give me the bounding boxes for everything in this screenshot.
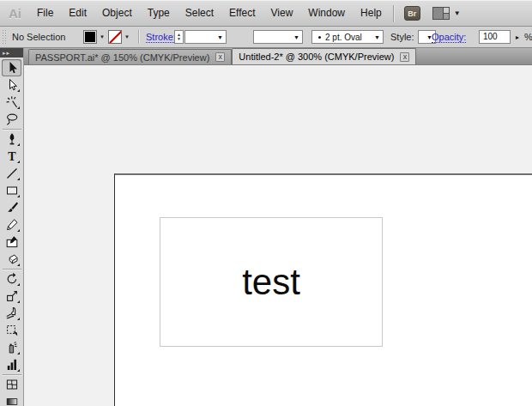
brush-preview-dot bbox=[318, 36, 321, 39]
paintbrush-icon bbox=[5, 201, 19, 215]
opacity-field[interactable]: 100 bbox=[479, 30, 511, 44]
blob-brush-icon bbox=[5, 235, 19, 249]
fill-color-swatch[interactable] bbox=[83, 30, 97, 44]
stroke-options-combo[interactable]: ▼ bbox=[253, 30, 303, 44]
rectangle-tool[interactable] bbox=[2, 182, 21, 199]
selection-icon bbox=[5, 61, 19, 75]
pen-icon bbox=[5, 132, 19, 146]
control-bar-grip[interactable] bbox=[2, 29, 6, 45]
document-tab[interactable]: PASSPORT.ai* @ 150% (CMYK/Preview)x bbox=[28, 49, 232, 64]
workspace-layout-icon bbox=[432, 7, 450, 20]
style-label: Style: bbox=[390, 27, 414, 47]
bridge-button[interactable]: Br bbox=[404, 6, 420, 21]
stroke-dropdown-arrow-icon[interactable]: ▼ bbox=[124, 34, 130, 39]
menu-edit[interactable]: Edit bbox=[61, 1, 94, 26]
menu-bar: Ai FileEditObjectTypeSelectEffectViewWin… bbox=[0, 0, 532, 27]
rotate-icon bbox=[5, 272, 19, 286]
opacity-slider-arrow-icon[interactable]: ▸ bbox=[516, 33, 519, 42]
control-separator bbox=[138, 30, 139, 44]
lasso-icon bbox=[5, 112, 19, 126]
tab-close-icon[interactable]: x bbox=[400, 52, 409, 62]
artboard[interactable]: test bbox=[114, 173, 532, 406]
workspace-dropdown-arrow-icon: ▼ bbox=[454, 9, 461, 17]
toolbar-separator bbox=[3, 374, 21, 375]
menu-help[interactable]: Help bbox=[353, 1, 390, 26]
stroke-panel-link[interactable]: Stroke: bbox=[146, 32, 176, 43]
column-graph-tool[interactable] bbox=[2, 356, 21, 373]
lasso-tool[interactable] bbox=[2, 111, 21, 128]
stroke-weight-combo[interactable]: ▼ bbox=[184, 30, 227, 44]
document-tab-active[interactable]: Untitled-2* @ 300% (CMYK/Preview)x bbox=[232, 48, 416, 64]
gradient-icon bbox=[5, 395, 19, 406]
magic-wand-icon bbox=[5, 95, 19, 109]
scale-tool[interactable] bbox=[2, 288, 21, 305]
menubar-separator bbox=[393, 5, 394, 22]
opacity-panel-link[interactable]: Opacity: bbox=[432, 32, 466, 43]
free-transform-tool[interactable] bbox=[2, 322, 21, 339]
brush-name: 2 pt. Oval bbox=[325, 33, 362, 42]
mesh-icon bbox=[5, 378, 19, 391]
none-slash-icon bbox=[109, 30, 122, 44]
symbol-sprayer-tool[interactable] bbox=[2, 339, 21, 356]
pencil-tool[interactable] bbox=[2, 216, 21, 233]
column-graph-icon bbox=[5, 358, 19, 372]
selection-tool[interactable] bbox=[2, 59, 21, 76]
brush-definition-combo[interactable]: 2 pt. Oval ▼ bbox=[311, 30, 384, 44]
fill-dropdown-arrow-icon[interactable]: ▼ bbox=[100, 34, 105, 39]
direct-selection-icon bbox=[5, 78, 19, 92]
text-frame[interactable]: test bbox=[160, 217, 383, 347]
type-icon: T bbox=[5, 149, 19, 163]
menu-window[interactable]: Window bbox=[300, 1, 353, 26]
line-segment-tool[interactable] bbox=[2, 165, 21, 182]
workspace-switcher[interactable]: ▼ bbox=[432, 7, 461, 20]
tools-list: T bbox=[0, 59, 23, 406]
paintbrush-tool[interactable] bbox=[2, 199, 21, 216]
rectangle-icon bbox=[5, 184, 19, 197]
rotate-tool[interactable] bbox=[2, 270, 21, 288]
stroke-color-swatch[interactable] bbox=[108, 30, 122, 44]
pen-tool[interactable] bbox=[2, 130, 21, 148]
menu-effect[interactable]: Effect bbox=[221, 1, 263, 26]
combo-arrow-icon: ▼ bbox=[293, 34, 299, 40]
eraser-tool[interactable] bbox=[2, 251, 21, 268]
tab-label: PASSPORT.ai* @ 150% (CMYK/Preview) bbox=[35, 52, 209, 63]
toolbar-collapse-button[interactable]: ▸▸ bbox=[0, 48, 23, 58]
selection-status: No Selection bbox=[12, 27, 65, 47]
tab-strip: PASSPORT.ai* @ 150% (CMYK/Preview)xUntit… bbox=[24, 48, 532, 65]
blob-brush-tool[interactable] bbox=[2, 233, 21, 251]
direct-selection-tool[interactable] bbox=[2, 76, 21, 94]
mesh-tool[interactable] bbox=[2, 376, 21, 393]
tools-panel: ▸▸ T bbox=[0, 48, 24, 406]
stroke-weight-stepper[interactable]: ▲ ▼ bbox=[174, 30, 184, 44]
type-tool[interactable]: T bbox=[2, 148, 21, 165]
menu-object[interactable]: Object bbox=[94, 1, 140, 26]
canvas-area[interactable]: test bbox=[24, 65, 532, 406]
combo-arrow-icon: ▼ bbox=[374, 34, 380, 40]
warp-icon bbox=[5, 306, 19, 320]
combo-arrow-icon: ▼ bbox=[217, 34, 223, 40]
stepper-down-icon[interactable]: ▼ bbox=[177, 37, 181, 41]
opacity-unit: % bbox=[524, 27, 532, 47]
menu-view[interactable]: View bbox=[263, 1, 301, 26]
scale-icon bbox=[5, 289, 19, 303]
symbol-sprayer-icon bbox=[5, 341, 19, 354]
menu-items: FileEditObjectTypeSelectEffectViewWindow… bbox=[29, 1, 390, 26]
pencil-icon bbox=[5, 218, 19, 232]
toolbar-separator bbox=[3, 129, 21, 130]
eraser-icon bbox=[5, 252, 19, 266]
artboard-text[interactable]: test bbox=[242, 262, 300, 303]
line-icon bbox=[5, 167, 19, 180]
gradient-tool[interactable] bbox=[2, 393, 21, 406]
free-transform-icon bbox=[5, 324, 19, 337]
app-logo-icon: Ai bbox=[9, 6, 21, 21]
tab-label: Untitled-2* @ 300% (CMYK/Preview) bbox=[239, 52, 394, 62]
menu-file[interactable]: File bbox=[29, 1, 61, 26]
menu-select[interactable]: Select bbox=[178, 1, 221, 26]
tab-close-icon[interactable]: x bbox=[215, 52, 225, 62]
warp-tool[interactable] bbox=[2, 305, 21, 322]
svg-text:T: T bbox=[8, 150, 16, 163]
control-bar: No Selection ▼ ▼ Stroke: ▲ ▼ ▼ ▼ 2 pt. O… bbox=[0, 27, 532, 48]
magic-wand-tool[interactable] bbox=[2, 94, 21, 111]
menu-type[interactable]: Type bbox=[140, 1, 178, 26]
toolbar-separator bbox=[3, 269, 21, 270]
